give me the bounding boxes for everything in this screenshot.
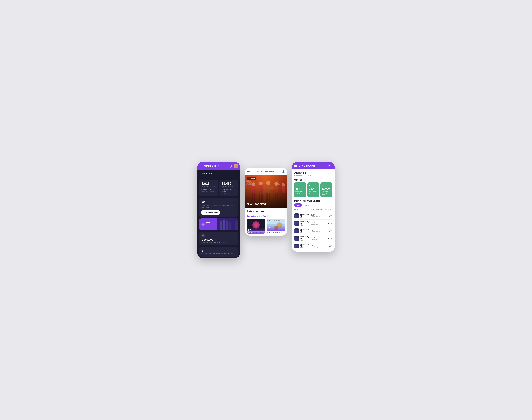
- view-submissions-button[interactable]: View Submissions: [201, 210, 220, 215]
- green-card-pageviews: ◎ 12,000 Total Page Views this month: [320, 182, 332, 197]
- views-card: 👁 375 Most views this month: [199, 218, 238, 230]
- views-text: 375 Most views this month: [206, 222, 220, 227]
- col-downloads: Downloads: [323, 209, 332, 210]
- green-casestudies-num: 467: [295, 187, 305, 190]
- col-name: Name: [294, 209, 310, 210]
- svg-text:FJb: FJb: [268, 220, 270, 222]
- green-pageviews-num: 12,000: [322, 187, 331, 190]
- hamburger-icon[interactable]: [200, 165, 202, 167]
- stat-users-label: Registered users: [221, 186, 236, 188]
- screen-container: MINDSHARE 🌙 Dashboard Home 5,913 Active …: [197, 162, 335, 258]
- phone1-stats-grid: 5,913 Active Case Studies 4 added this m…: [199, 180, 238, 196]
- stat-casestudies-label: Active Case Studies: [201, 186, 216, 188]
- analytics-breadcrumb: Dashboard → Analytics: [294, 175, 332, 177]
- featured-title: Nike Got Next: [247, 202, 266, 206]
- phone1-avatar[interactable]: [234, 164, 238, 168]
- table-header: Name Region/Country Downloads: [294, 209, 332, 211]
- stat-users-number: 13,487: [221, 182, 236, 186]
- latest-entries-title: Latest entries: [247, 210, 285, 213]
- phone2-user-icon[interactable]: 👤: [282, 170, 285, 173]
- phone-analytics: MINDSHARE ☀ Analytics Dashboard → Analyt…: [292, 162, 335, 252]
- col-region: Region/Country: [311, 209, 323, 210]
- pageviews-label: Total page views since site has been liv…: [201, 242, 236, 243]
- performance-label: Case studies submitted for current Perfo…: [201, 253, 236, 255]
- pageviews-card: ◉ 1,200,000 Total page views since site …: [199, 232, 238, 245]
- views-number: 375: [206, 222, 220, 225]
- campaign-desc: Case studies submitted for current Campa…: [201, 204, 236, 209]
- phone2-hamburger-icon[interactable]: [247, 171, 250, 172]
- phone2-content: Latest entries Campaign of the Month T 3…: [244, 208, 288, 236]
- phone1-page-subtitle: Home: [200, 175, 238, 177]
- table-row[interactable]: Case Study #1 Nike EMEA United Kingdom 4…: [294, 227, 332, 235]
- table-row[interactable]: Case Study #1 Nike EMEA United Kingdom 4…: [294, 220, 332, 227]
- stat-casestudies-link[interactable]: View Case Studies ›: [201, 191, 216, 193]
- phone-light-feed: MINDSHARE 👤: [244, 168, 288, 236]
- case-thumb-5: [294, 244, 299, 248]
- row-name-1: Case Study #1 Nike: [294, 213, 310, 218]
- phone1-header-icons: 🌙: [229, 164, 238, 168]
- table-row[interactable]: Case Study #1 Nike EMEA United Kingdom 4…: [294, 212, 332, 220]
- row-name-3: Case Study #1 Nike: [294, 228, 310, 233]
- case-thumb-4: [294, 236, 299, 241]
- phone3-app-title: MINDSHARE: [298, 164, 315, 167]
- stat-users-link[interactable]: View Users ›: [221, 193, 236, 194]
- green-usa-num: USA: [309, 187, 318, 190]
- phone2-header: MINDSHARE 👤: [244, 168, 288, 175]
- stat-casestudies-number: 5,913: [201, 182, 216, 186]
- phone2-header-icons: 👤: [282, 170, 285, 173]
- entry-name-uli: ULI's first ever virtual KOL: [267, 232, 285, 234]
- telekom-logo-circle: T: [252, 221, 260, 229]
- entry-views-badge-telekom: 32 Views: [247, 228, 265, 234]
- case-thumb-2: [294, 221, 299, 226]
- general-section-label: General: [294, 179, 332, 181]
- phone3-header: MINDSHARE ☀: [292, 162, 335, 169]
- performance-number: 5: [201, 249, 236, 253]
- eye-analytics-icon: ◎: [322, 184, 331, 186]
- globe-icon: ◉: [309, 184, 318, 186]
- phone1-app-title: MINDSHARE: [204, 165, 221, 168]
- most-viewed-title: Most viewed Case Studies: [294, 200, 332, 202]
- sun-icon[interactable]: ☀: [328, 164, 331, 167]
- phone1-header-left: MINDSHARE: [200, 165, 221, 168]
- tab-month[interactable]: Month: [303, 204, 312, 207]
- green-pageviews-label: Total Page Views this month: [322, 191, 331, 196]
- pencil-icon: ✏: [295, 184, 305, 186]
- case-thumb-3: [294, 228, 299, 233]
- phone3-header-icons: ☀: [328, 164, 332, 167]
- views-label: Most views this month: [206, 225, 220, 227]
- most-viewed-tabs: Year Month: [294, 204, 332, 207]
- featured-badge: FEATURED: [247, 178, 256, 180]
- stat-users-sub: 4 new users this month: [221, 189, 236, 192]
- green-card-usa: ◉ USA Most Created (45): [307, 182, 319, 197]
- phone1-page-title: Dashboard: [200, 172, 238, 175]
- table-row[interactable]: Case Study #1 Nike EMEA United Kingdom 4…: [294, 242, 332, 250]
- telekom-t-letter: T: [255, 223, 257, 226]
- table-rows: Case Study #1 Nike EMEA United Kingdom 4…: [294, 212, 332, 250]
- entry-views-badge-uli: 16 Views: [267, 225, 285, 231]
- campaign-card: 10 Case studies submitted for current Ca…: [199, 198, 238, 217]
- entry-img-uli: FJb FJb 28 Oktober 2022 16 Views: [267, 219, 285, 231]
- phone3-header-left: MINDSHARE: [294, 164, 315, 167]
- featured-image[interactable]: 起 三 连: [244, 175, 288, 208]
- entry-card-telekom[interactable]: T 32 Views Telekom: What We Value: [247, 219, 265, 234]
- entry-card-uli[interactable]: FJb FJb 28 Oktober 2022 16 Views: [267, 219, 285, 234]
- phone-dark-dashboard: MINDSHARE 🌙 Dashboard Home 5,913 Active …: [197, 162, 240, 258]
- green-stats: ✏ 467 Case studies created ◉ USA Most Cr…: [294, 182, 332, 197]
- moon-icon[interactable]: 🌙: [229, 165, 232, 168]
- table-row[interactable]: Case Study #1 Nike EMEA United Kingdom 4…: [294, 235, 332, 242]
- tab-year[interactable]: Year: [294, 204, 302, 207]
- stat-card-users: 13,487 Registered users 4 new users this…: [219, 180, 238, 196]
- green-usa-label: Most Created (45): [309, 191, 318, 194]
- green-card-casestudies: ✏ 467 Case studies created: [294, 182, 306, 197]
- pageviews-number: 1,200,000: [201, 238, 236, 241]
- phone1-header: MINDSHARE 🌙: [197, 162, 240, 170]
- row-name-5: Case Study #1 Nike: [294, 243, 310, 248]
- pageviews-icon: ◉: [201, 234, 205, 237]
- campaign-number: 10: [201, 200, 236, 204]
- performance-card: 5 Case studies submitted for current Per…: [199, 247, 238, 256]
- phone3-hamburger-icon[interactable]: [294, 165, 297, 166]
- stat-card-casestudies: 5,913 Active Case Studies 4 added this m…: [199, 180, 218, 196]
- case-thumb-1: [294, 213, 299, 218]
- phone1-page-header: Dashboard Home: [197, 170, 240, 178]
- svg-text:28 Oktober 2022: 28 Oktober 2022: [274, 220, 281, 221]
